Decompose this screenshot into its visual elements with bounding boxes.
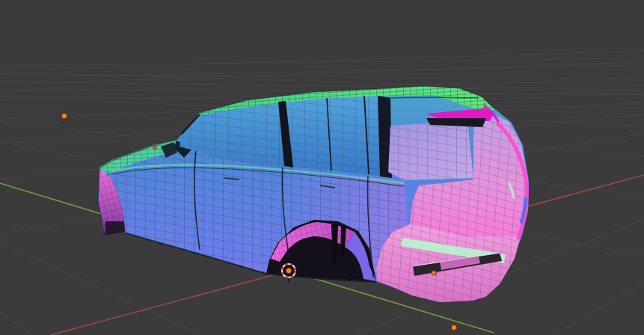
object-origin-marker[interactable] (432, 271, 436, 275)
viewport-canvas (0, 0, 644, 335)
car-mesh-object[interactable] (98, 86, 529, 302)
car-rear-glass-wireframe (388, 121, 473, 180)
object-origin-marker[interactable] (153, 146, 156, 149)
grid-line (0, 51, 644, 70)
object-origin-marker[interactable] (451, 325, 456, 330)
object-origin-marker[interactable] (61, 113, 67, 118)
object-origin-marker[interactable] (286, 268, 291, 273)
car-front-arch-dark-lower (105, 221, 125, 236)
grid-line (0, 58, 644, 66)
grid-line (0, 81, 644, 92)
grid-line (0, 65, 644, 78)
blender-3d-viewport[interactable] (0, 0, 644, 335)
